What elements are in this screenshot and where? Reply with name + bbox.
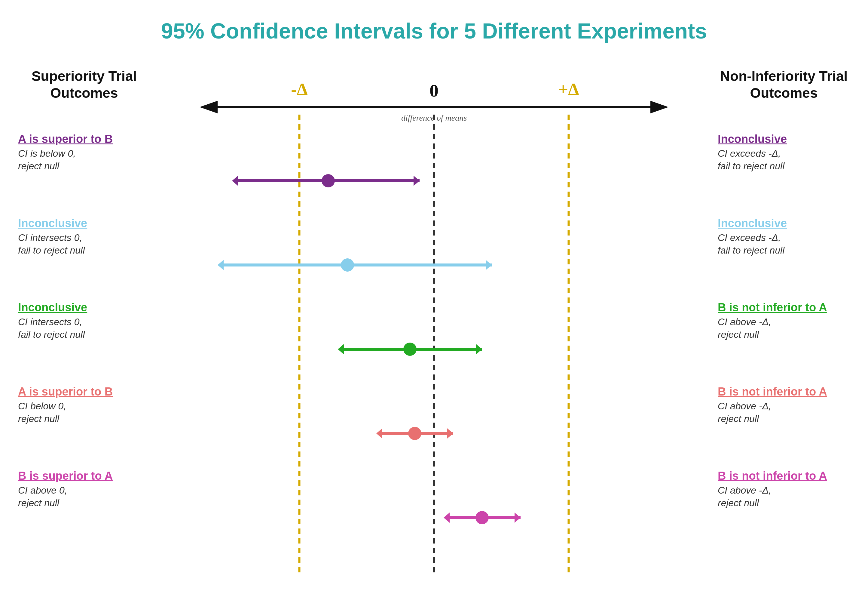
left-outcome-desc-1: CI is below 0,reject null — [18, 148, 150, 172]
left-outcome-label-5: B is superior to A — [18, 469, 150, 483]
left-outcome-desc-4: CI below 0,reject null — [18, 400, 150, 425]
left-outcome-label-1: A is superior to B — [18, 132, 150, 146]
right-outcome-desc-4: CI above -Δ,reject null — [718, 400, 850, 425]
left-panel-title: Superiority TrialOutcomes — [18, 68, 150, 101]
right-panel: Non-Inferiority TrialOutcomes Inconclusi… — [712, 68, 868, 531]
right-outcome-label-1: Inconclusive — [718, 132, 850, 146]
ci3-right-arrow — [476, 344, 482, 354]
right-outcome-3: B is not inferior to A CI above -Δ,rejec… — [718, 279, 850, 363]
ci4-left-arrow — [376, 428, 382, 438]
ci5-right-arrow — [515, 512, 520, 523]
chart-area: difference of means 0 -Δ +Δ — [156, 68, 712, 579]
neg-delta-label: -Δ — [291, 79, 308, 99]
right-outcome-desc-3: CI above -Δ,reject null — [718, 316, 850, 341]
right-panel-title: Non-Inferiority TrialOutcomes — [718, 68, 850, 101]
right-outcome-desc-1: CI exceeds -Δ,fail to reject null — [718, 148, 850, 172]
page-title: 95% Confidence Intervals for 5 Different… — [0, 0, 868, 44]
ci1-dot — [321, 174, 335, 187]
right-outcome-label-3: B is not inferior to A — [718, 301, 850, 314]
right-outcome-label-2: Inconclusive — [718, 217, 850, 230]
right-outcome-label-5: B is not inferior to A — [718, 469, 850, 483]
ci1-left-arrow — [232, 176, 238, 186]
right-outcome-1: Inconclusive CI exceeds -Δ,fail to rejec… — [718, 110, 850, 195]
left-outcome-label-3: Inconclusive — [18, 301, 150, 314]
ci5-left-arrow — [443, 512, 450, 523]
axis-zero-label: 0 — [429, 81, 439, 101]
ci3-dot — [403, 343, 417, 356]
ci2-left-arrow — [218, 260, 224, 270]
chart-svg: difference of means 0 -Δ +Δ — [156, 68, 712, 579]
right-outcome-desc-2: CI exceeds -Δ,fail to reject null — [718, 232, 850, 256]
left-outcome-desc-5: CI above 0,reject null — [18, 484, 150, 509]
left-outcome-1: A is superior to B CI is below 0,reject … — [18, 110, 150, 195]
right-outcome-label-4: B is not inferior to A — [718, 385, 850, 399]
ci4-right-arrow — [447, 428, 453, 438]
pos-delta-label: +Δ — [558, 79, 579, 99]
right-outcome-5: B is not inferior to A CI above -Δ,rejec… — [718, 447, 850, 531]
left-outcome-desc-3: CI intersects 0,fail to reject null — [18, 316, 150, 341]
left-outcome-4: A is superior to B CI below 0,reject nul… — [18, 363, 150, 447]
right-outcome-2: Inconclusive CI exceeds -Δ,fail to rejec… — [718, 195, 850, 279]
left-outcome-desc-2: CI intersects 0,fail to reject null — [18, 232, 150, 256]
left-outcome-label-2: Inconclusive — [18, 217, 150, 230]
ci4-dot — [408, 427, 421, 440]
left-outcome-label-4: A is superior to B — [18, 385, 150, 399]
ci3-left-arrow — [338, 344, 344, 354]
left-panel: Superiority TrialOutcomes A is superior … — [0, 68, 156, 531]
right-outcome-4: B is not inferior to A CI above -Δ,rejec… — [718, 363, 850, 447]
ci1-right-arrow — [414, 176, 420, 186]
right-outcome-desc-5: CI above -Δ,reject null — [718, 484, 850, 509]
ci5-dot — [475, 511, 489, 524]
ci2-right-arrow — [486, 260, 492, 270]
left-outcome-2: Inconclusive CI intersects 0,fail to rej… — [18, 195, 150, 279]
ci2-dot — [341, 258, 354, 272]
left-outcome-5: B is superior to A CI above 0,reject nul… — [18, 447, 150, 531]
left-outcome-3: Inconclusive CI intersects 0,fail to rej… — [18, 279, 150, 363]
